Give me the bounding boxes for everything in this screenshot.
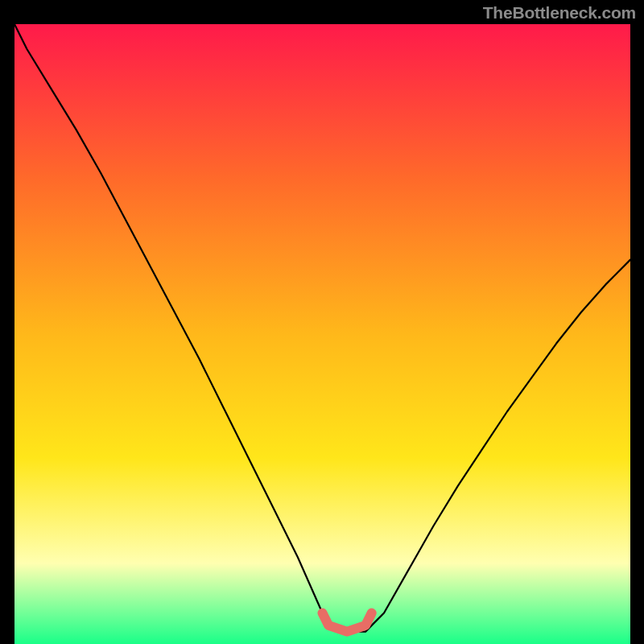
- bottleneck-plot-svg: [14, 24, 630, 644]
- watermark-text: TheBottleneck.com: [483, 3, 636, 23]
- chart-root: TheBottleneck.com: [0, 0, 644, 644]
- plot-area: [14, 24, 630, 644]
- gradient-background: [14, 24, 630, 644]
